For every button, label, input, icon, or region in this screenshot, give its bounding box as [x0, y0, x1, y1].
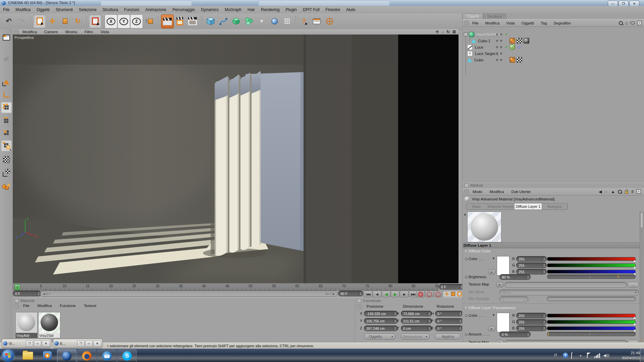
lock-x-axis-icon[interactable]: X	[105, 14, 117, 28]
taskbar-media-player[interactable]	[38, 349, 56, 362]
attr-menu-modo[interactable]: Modo	[469, 190, 486, 194]
objects-palette-icon[interactable]	[1, 181, 12, 192]
taskbar-cinema4d[interactable]	[57, 349, 76, 362]
collapse-arrow-icon[interactable]: ▼	[464, 213, 467, 217]
apply-button[interactable]: Applica	[435, 334, 461, 340]
close-icon[interactable]: ×	[93, 341, 101, 347]
toggle-views-icon[interactable]: ⊞	[452, 29, 456, 34]
tab-material-weight[interactable]: Material Weight	[487, 203, 515, 209]
enabled-check-icon[interactable]: ✓	[505, 32, 508, 37]
up-icon[interactable]: ▲	[611, 189, 615, 194]
new-panel-icon[interactable]: +	[637, 21, 642, 25]
section-diffuse-color[interactable]: Diffuse Color	[465, 249, 491, 253]
restore-button[interactable]: ❐	[26, 341, 33, 347]
brightness-field[interactable]: 80 %	[499, 274, 531, 280]
uv-points-mode-icon[interactable]	[1, 140, 12, 151]
panel-grip[interactable]	[14, 30, 19, 34]
pos-z-field[interactable]: 397.248 cm	[364, 325, 398, 331]
menu-item-selezione[interactable]: Selezione	[76, 7, 100, 13]
window-titlebar[interactable]: CINEMA 4D (64 Bit) - [Senza Titolo 2 *] …	[0, 0, 644, 6]
end-frame-field[interactable]: 90 F	[338, 291, 363, 296]
brightness-slider[interactable]	[547, 275, 636, 279]
environment-icon[interactable]	[268, 14, 280, 28]
spline-icon[interactable]	[217, 14, 229, 28]
previous-frame-button[interactable]	[373, 291, 381, 298]
materials-menu-texture[interactable]: Texture	[80, 304, 101, 308]
goto-start-button[interactable]	[364, 291, 372, 298]
lock-z-axis-icon[interactable]: Z	[130, 14, 143, 28]
object-row-cubo[interactable]: Cubo	[463, 57, 644, 63]
panel-icon[interactable]	[15, 299, 19, 303]
mix-mode-dropdown[interactable]: None	[499, 290, 639, 295]
record-scale-icon[interactable]	[451, 292, 455, 296]
menu-item-mograph[interactable]: MoGraph	[222, 7, 245, 13]
mix-strength-slider[interactable]	[547, 297, 636, 301]
tab-assegna[interactable]: Assegna	[542, 203, 568, 209]
dim-x-field[interactable]: 73.666 cm	[401, 311, 432, 316]
phong-tag-icon[interactable]	[509, 38, 515, 44]
live-selection-icon[interactable]	[34, 14, 46, 28]
channel-b-slider[interactable]	[633, 329, 636, 331]
expander-icon[interactable]: -	[464, 33, 468, 36]
undo-icon[interactable]: ↶	[3, 14, 15, 28]
hypernurbs-object-icon[interactable]	[469, 32, 474, 37]
channel-b-field[interactable]: 255	[516, 325, 547, 331]
visibility-dot-editor[interactable]	[496, 46, 498, 48]
rotate-view-icon[interactable]: ↻	[446, 29, 450, 34]
viewport-canvas[interactable]: Y X Z	[13, 35, 459, 283]
viewport-menu-vista[interactable]: Vista	[97, 30, 112, 34]
attributes-scrollbar[interactable]: ▼	[640, 212, 644, 342]
hypernurbs-icon[interactable]	[230, 14, 242, 28]
redo-icon[interactable]: ↷	[15, 14, 28, 28]
channel-g-field[interactable]: 255	[516, 262, 547, 268]
scroll-right-arrow-icon[interactable]: ▶	[332, 292, 337, 296]
lock-y-axis-icon[interactable]: Y	[117, 14, 130, 28]
viewport-menu-modifica[interactable]: Modifica	[19, 30, 41, 34]
lock-icon[interactable]	[625, 191, 628, 194]
frame-field[interactable]: 0 F	[439, 284, 464, 290]
channel-g-field[interactable]: 255	[516, 319, 547, 325]
om-menu-vista[interactable]: Vista	[503, 21, 518, 25]
menu-item-finestre[interactable]: Finestre	[323, 7, 343, 13]
back-icon[interactable]: ◀	[599, 189, 602, 194]
materials-menu-modifica[interactable]: Modifica	[34, 304, 56, 308]
materials-menu-file[interactable]: File	[19, 304, 34, 308]
section-diffuse-layer-transparency[interactable]: Diffuse Layer Transparency	[465, 306, 516, 310]
texture-axis-mode-icon[interactable]	[1, 167, 12, 178]
edge-mode-icon[interactable]	[1, 114, 12, 126]
maximize-button[interactable]: ▭	[34, 341, 41, 347]
show-desktop-button[interactable]	[640, 349, 644, 362]
snow-effect-icon[interactable]	[281, 14, 293, 28]
panel-grip[interactable]	[464, 189, 469, 194]
phong-tag-icon[interactable]	[509, 57, 515, 63]
autokeying-button[interactable]: ◦	[425, 291, 433, 298]
texture-preview-button[interactable]: ▶	[496, 282, 503, 287]
material-swatch[interactable]: Vray2Sid	[38, 312, 60, 338]
visibility-dot-render[interactable]	[500, 46, 502, 48]
visibility-dot-render[interactable]	[500, 40, 502, 42]
timeline-scrollbar[interactable]: ◀ 0 F 90 F ▶	[40, 291, 337, 297]
close-icon[interactable]: ×	[42, 341, 50, 347]
modeling-icon[interactable]	[243, 14, 255, 28]
color-preview-button[interactable]: ▶	[488, 326, 495, 331]
transparency-color-swatch[interactable]	[497, 313, 509, 332]
rotate-icon[interactable]: ↻	[72, 14, 84, 28]
convert-object-icon[interactable]: ⇄	[1, 53, 12, 65]
zoom-view-icon[interactable]: ↓	[442, 29, 444, 34]
current-frame-marker[interactable]: 0	[15, 284, 20, 290]
menu-item-animazione[interactable]: Animazione	[142, 7, 169, 13]
menu-item-file[interactable]: File	[0, 7, 12, 13]
key-circle-icon[interactable]	[465, 258, 468, 260]
tray-clock[interactable]: 21:49 30/04/2011	[614, 351, 640, 361]
color-preview-button[interactable]: ▶	[488, 269, 495, 275]
attr-menu-modifica[interactable]: Modifica	[486, 190, 508, 194]
viewport-menu-camere[interactable]: Camere	[41, 30, 62, 34]
channel-r-field[interactable]: 255	[516, 256, 547, 262]
object-name[interactable]: Luce.Target.1	[475, 52, 498, 56]
pos-x-field[interactable]: -149.326 cm	[364, 311, 398, 316]
play-backward-button[interactable]	[382, 291, 390, 298]
timeline-ruler[interactable]: 051015202530354045505560657075808590 0	[13, 284, 439, 291]
taskbar-thunderbird[interactable]	[97, 349, 117, 362]
channel-r-field[interactable]: 255	[516, 313, 547, 318]
om-menu-tag[interactable]: Tag	[537, 21, 550, 25]
